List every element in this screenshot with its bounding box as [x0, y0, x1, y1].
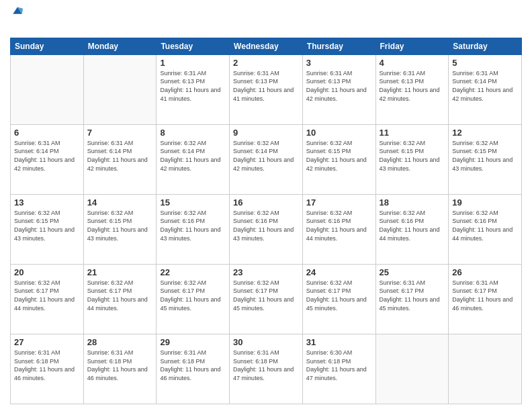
day-info: Sunrise: 6:31 AMSunset: 6:18 PMDaylight:…	[14, 349, 80, 382]
day-number: 29	[160, 337, 226, 347]
day-info: Sunrise: 6:31 AMSunset: 6:14 PMDaylight:…	[14, 139, 80, 173]
weekday-header-tuesday: Tuesday	[157, 38, 230, 54]
day-cell: 10Sunrise: 6:32 AMSunset: 6:15 PMDayligh…	[302, 124, 375, 194]
header	[10, 7, 522, 32]
day-info: Sunrise: 6:32 AMSunset: 6:17 PMDaylight:…	[233, 279, 299, 312]
day-number: 6	[14, 128, 80, 138]
logo	[10, 7, 24, 32]
day-info: Sunrise: 6:32 AMSunset: 6:14 PMDaylight:…	[233, 139, 299, 173]
weekday-header-wednesday: Wednesday	[230, 38, 303, 54]
day-number: 10	[306, 128, 372, 138]
day-info: Sunrise: 6:31 AMSunset: 6:18 PMDaylight:…	[233, 349, 299, 382]
day-number: 28	[87, 337, 153, 347]
day-cell: 15Sunrise: 6:32 AMSunset: 6:16 PMDayligh…	[157, 194, 230, 264]
day-number: 11	[380, 128, 445, 138]
day-number: 27	[14, 337, 80, 347]
day-info: Sunrise: 6:31 AMSunset: 6:13 PMDaylight:…	[306, 69, 372, 103]
day-info: Sunrise: 6:32 AMSunset: 6:15 PMDaylight:…	[380, 139, 445, 173]
day-info: Sunrise: 6:31 AMSunset: 6:17 PMDaylight:…	[452, 279, 518, 312]
day-info: Sunrise: 6:31 AMSunset: 6:18 PMDaylight:…	[87, 349, 153, 382]
day-cell: 20Sunrise: 6:32 AMSunset: 6:17 PMDayligh…	[11, 264, 84, 334]
day-cell: 29Sunrise: 6:31 AMSunset: 6:18 PMDayligh…	[157, 334, 230, 404]
day-number: 15	[160, 197, 226, 208]
weekday-header-row: SundayMondayTuesdayWednesdayThursdayFrid…	[11, 38, 522, 54]
day-number: 25	[380, 267, 445, 277]
day-info: Sunrise: 6:32 AMSunset: 6:17 PMDaylight:…	[160, 279, 226, 312]
calendar-table: SundayMondayTuesdayWednesdayThursdayFrid…	[10, 38, 522, 404]
weekday-header-friday: Friday	[375, 38, 449, 54]
day-number: 2	[233, 58, 299, 68]
day-number: 4	[380, 58, 445, 68]
day-number: 17	[306, 197, 372, 208]
day-info: Sunrise: 6:32 AMSunset: 6:15 PMDaylight:…	[14, 209, 80, 242]
day-number: 9	[233, 128, 299, 138]
day-info: Sunrise: 6:32 AMSunset: 6:16 PMDaylight:…	[380, 209, 445, 242]
day-number: 7	[87, 128, 153, 138]
logo-icon	[11, 4, 24, 16]
weekday-header-monday: Monday	[83, 38, 157, 54]
day-number: 16	[233, 197, 299, 208]
day-number: 22	[160, 267, 226, 277]
day-cell: 18Sunrise: 6:32 AMSunset: 6:16 PMDayligh…	[375, 194, 449, 264]
day-cell: 7Sunrise: 6:31 AMSunset: 6:14 PMDaylight…	[83, 124, 157, 194]
day-info: Sunrise: 6:32 AMSunset: 6:14 PMDaylight:…	[160, 139, 226, 173]
day-number: 19	[452, 197, 518, 208]
week-row-1: 1Sunrise: 6:31 AMSunset: 6:13 PMDaylight…	[11, 54, 522, 124]
day-number: 13	[14, 197, 80, 208]
day-cell: 8Sunrise: 6:32 AMSunset: 6:14 PMDaylight…	[157, 124, 230, 194]
day-number: 30	[233, 337, 299, 347]
day-cell: 24Sunrise: 6:32 AMSunset: 6:17 PMDayligh…	[302, 264, 375, 334]
page: SundayMondayTuesdayWednesdayThursdayFrid…	[0, 0, 532, 411]
day-info: Sunrise: 6:31 AMSunset: 6:13 PMDaylight:…	[160, 69, 226, 103]
day-info: Sunrise: 6:32 AMSunset: 6:17 PMDaylight:…	[87, 279, 153, 312]
day-info: Sunrise: 6:32 AMSunset: 6:17 PMDaylight:…	[14, 279, 80, 312]
day-cell: 28Sunrise: 6:31 AMSunset: 6:18 PMDayligh…	[83, 334, 157, 404]
weekday-header-saturday: Saturday	[449, 38, 522, 54]
day-cell: 14Sunrise: 6:32 AMSunset: 6:15 PMDayligh…	[83, 194, 157, 264]
day-cell: 19Sunrise: 6:32 AMSunset: 6:16 PMDayligh…	[449, 194, 522, 264]
day-number: 14	[87, 197, 153, 208]
day-info: Sunrise: 6:32 AMSunset: 6:16 PMDaylight:…	[452, 209, 518, 242]
day-cell: 26Sunrise: 6:31 AMSunset: 6:17 PMDayligh…	[449, 264, 522, 334]
day-cell: 5Sunrise: 6:31 AMSunset: 6:14 PMDaylight…	[449, 54, 522, 124]
day-info: Sunrise: 6:32 AMSunset: 6:15 PMDaylight:…	[452, 139, 518, 173]
day-info: Sunrise: 6:32 AMSunset: 6:16 PMDaylight:…	[306, 209, 372, 242]
day-info: Sunrise: 6:32 AMSunset: 6:16 PMDaylight:…	[160, 209, 226, 242]
day-info: Sunrise: 6:31 AMSunset: 6:14 PMDaylight:…	[452, 69, 518, 103]
day-cell: 27Sunrise: 6:31 AMSunset: 6:18 PMDayligh…	[11, 334, 84, 404]
day-info: Sunrise: 6:31 AMSunset: 6:14 PMDaylight:…	[87, 139, 153, 173]
day-cell: 1Sunrise: 6:31 AMSunset: 6:13 PMDaylight…	[157, 54, 230, 124]
day-number: 23	[233, 267, 299, 277]
day-cell: 13Sunrise: 6:32 AMSunset: 6:15 PMDayligh…	[11, 194, 84, 264]
day-info: Sunrise: 6:32 AMSunset: 6:15 PMDaylight:…	[87, 209, 153, 242]
day-info: Sunrise: 6:31 AMSunset: 6:13 PMDaylight:…	[233, 69, 299, 103]
day-number: 21	[87, 267, 153, 277]
day-cell: 6Sunrise: 6:31 AMSunset: 6:14 PMDaylight…	[11, 124, 84, 194]
week-row-4: 20Sunrise: 6:32 AMSunset: 6:17 PMDayligh…	[11, 264, 522, 334]
day-cell: 11Sunrise: 6:32 AMSunset: 6:15 PMDayligh…	[375, 124, 449, 194]
day-cell: 21Sunrise: 6:32 AMSunset: 6:17 PMDayligh…	[83, 264, 157, 334]
day-info: Sunrise: 6:30 AMSunset: 6:18 PMDaylight:…	[306, 349, 372, 382]
day-cell: 22Sunrise: 6:32 AMSunset: 6:17 PMDayligh…	[157, 264, 230, 334]
day-cell: 16Sunrise: 6:32 AMSunset: 6:16 PMDayligh…	[230, 194, 303, 264]
week-row-3: 13Sunrise: 6:32 AMSunset: 6:15 PMDayligh…	[11, 194, 522, 264]
day-cell: 4Sunrise: 6:31 AMSunset: 6:13 PMDaylight…	[375, 54, 449, 124]
day-cell	[83, 54, 157, 124]
day-cell: 9Sunrise: 6:32 AMSunset: 6:14 PMDaylight…	[230, 124, 303, 194]
day-cell: 23Sunrise: 6:32 AMSunset: 6:17 PMDayligh…	[230, 264, 303, 334]
day-number: 5	[452, 58, 518, 68]
day-cell: 17Sunrise: 6:32 AMSunset: 6:16 PMDayligh…	[302, 194, 375, 264]
day-cell: 3Sunrise: 6:31 AMSunset: 6:13 PMDaylight…	[302, 54, 375, 124]
weekday-header-sunday: Sunday	[11, 38, 84, 54]
day-info: Sunrise: 6:32 AMSunset: 6:15 PMDaylight:…	[306, 139, 372, 173]
day-number: 18	[380, 197, 445, 208]
day-number: 20	[14, 267, 80, 277]
weekday-header-thursday: Thursday	[302, 38, 375, 54]
day-info: Sunrise: 6:32 AMSunset: 6:17 PMDaylight:…	[306, 279, 372, 312]
day-number: 12	[452, 128, 518, 138]
day-number: 26	[452, 267, 518, 277]
week-row-2: 6Sunrise: 6:31 AMSunset: 6:14 PMDaylight…	[11, 124, 522, 194]
day-cell: 12Sunrise: 6:32 AMSunset: 6:15 PMDayligh…	[449, 124, 522, 194]
day-info: Sunrise: 6:31 AMSunset: 6:17 PMDaylight:…	[380, 279, 445, 312]
day-info: Sunrise: 6:31 AMSunset: 6:18 PMDaylight:…	[160, 349, 226, 382]
